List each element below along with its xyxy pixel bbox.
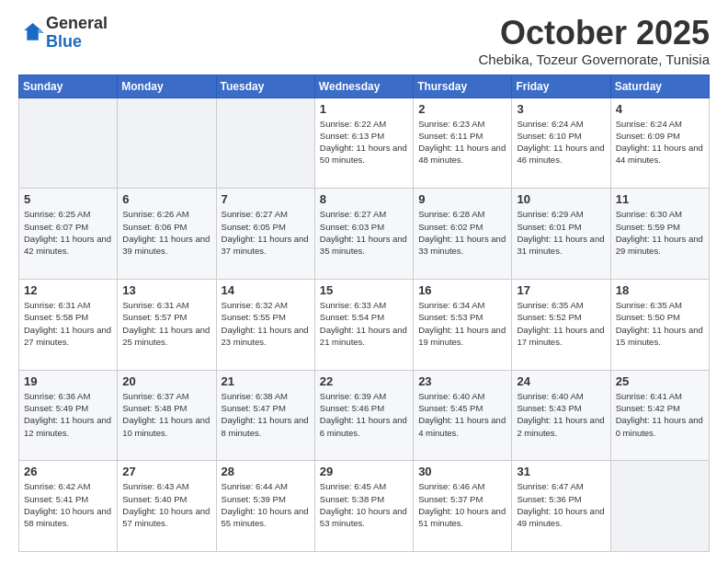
day-number: 1 [320,102,408,116]
table-row: 15Sunrise: 6:33 AM Sunset: 5:54 PM Dayli… [314,279,413,370]
table-row: 22Sunrise: 6:39 AM Sunset: 5:46 PM Dayli… [314,370,413,461]
table-row: 30Sunrise: 6:46 AM Sunset: 5:37 PM Dayli… [414,461,512,552]
day-number: 12 [24,283,112,297]
day-info: Sunrise: 6:36 AM Sunset: 5:49 PM Dayligh… [24,390,112,439]
day-info: Sunrise: 6:39 AM Sunset: 5:46 PM Dayligh… [320,390,408,439]
day-info: Sunrise: 6:46 AM Sunset: 5:37 PM Dayligh… [418,480,506,529]
day-number: 8 [320,192,408,206]
calendar: Sunday Monday Tuesday Wednesday Thursday… [18,75,710,552]
table-row: 26Sunrise: 6:42 AM Sunset: 5:41 PM Dayli… [19,461,118,552]
day-number: 2 [418,102,506,116]
table-row: 19Sunrise: 6:36 AM Sunset: 5:49 PM Dayli… [19,370,118,461]
day-number: 7 [222,192,310,206]
day-number: 6 [122,192,210,206]
day-number: 31 [517,465,605,478]
col-friday: Friday [512,75,610,98]
day-info: Sunrise: 6:24 AM Sunset: 6:10 PM Dayligh… [517,118,605,167]
day-info: Sunrise: 6:45 AM Sunset: 5:38 PM Dayligh… [320,480,408,529]
location-subtitle: Chebika, Tozeur Governorate, Tunisia [478,52,710,67]
day-info: Sunrise: 6:23 AM Sunset: 6:11 PM Dayligh… [418,118,506,167]
table-row: 10Sunrise: 6:29 AM Sunset: 6:01 PM Dayli… [512,189,610,280]
table-row: 23Sunrise: 6:40 AM Sunset: 5:45 PM Dayli… [414,370,512,461]
day-info: Sunrise: 6:25 AM Sunset: 6:07 PM Dayligh… [24,208,112,257]
col-thursday: Thursday [414,75,512,98]
day-number: 15 [320,283,408,297]
day-info: Sunrise: 6:27 AM Sunset: 6:03 PM Dayligh… [320,208,408,257]
day-number: 3 [517,102,605,116]
day-number: 23 [418,374,506,388]
day-number: 21 [222,374,310,388]
logo-icon [18,20,44,46]
table-row: 2Sunrise: 6:23 AM Sunset: 6:11 PM Daylig… [414,98,512,189]
table-row [216,98,314,189]
day-number: 19 [24,374,112,388]
table-row: 12Sunrise: 6:31 AM Sunset: 5:58 PM Dayli… [19,279,118,370]
day-info: Sunrise: 6:37 AM Sunset: 5:48 PM Dayligh… [122,390,210,439]
day-number: 9 [418,192,506,206]
day-number: 25 [616,374,704,388]
logo-text: General Blue [46,15,108,52]
day-info: Sunrise: 6:42 AM Sunset: 5:41 PM Dayligh… [24,480,112,529]
day-number: 18 [616,283,704,297]
calendar-header-row: Sunday Monday Tuesday Wednesday Thursday… [19,75,710,98]
day-number: 28 [222,465,310,478]
day-info: Sunrise: 6:31 AM Sunset: 5:57 PM Dayligh… [122,299,210,348]
day-number: 30 [418,465,506,478]
day-number: 11 [616,192,704,206]
day-info: Sunrise: 6:35 AM Sunset: 5:50 PM Dayligh… [616,299,704,348]
calendar-week-row: 1Sunrise: 6:22 AM Sunset: 6:13 PM Daylig… [19,98,710,189]
table-row: 9Sunrise: 6:28 AM Sunset: 6:02 PM Daylig… [414,189,512,280]
table-row: 29Sunrise: 6:45 AM Sunset: 5:38 PM Dayli… [314,461,413,552]
day-info: Sunrise: 6:33 AM Sunset: 5:54 PM Dayligh… [320,299,408,348]
title-block: October 2025 Chebika, Tozeur Governorate… [478,15,710,67]
table-row [610,461,709,552]
table-row: 16Sunrise: 6:34 AM Sunset: 5:53 PM Dayli… [414,279,512,370]
table-row: 5Sunrise: 6:25 AM Sunset: 6:07 PM Daylig… [19,189,118,280]
table-row: 13Sunrise: 6:31 AM Sunset: 5:57 PM Dayli… [118,279,216,370]
table-row: 25Sunrise: 6:41 AM Sunset: 5:42 PM Dayli… [610,370,709,461]
logo: General Blue [18,15,108,52]
table-row: 8Sunrise: 6:27 AM Sunset: 6:03 PM Daylig… [314,189,413,280]
table-row: 7Sunrise: 6:27 AM Sunset: 6:05 PM Daylig… [216,189,314,280]
day-info: Sunrise: 6:40 AM Sunset: 5:43 PM Dayligh… [517,390,605,439]
table-row: 18Sunrise: 6:35 AM Sunset: 5:50 PM Dayli… [610,279,709,370]
logo-general: General [46,15,108,33]
table-row: 27Sunrise: 6:43 AM Sunset: 5:40 PM Dayli… [118,461,216,552]
day-info: Sunrise: 6:28 AM Sunset: 6:02 PM Dayligh… [418,208,506,257]
page: General Blue October 2025 Chebika, Tozeu… [0,0,728,563]
day-info: Sunrise: 6:47 AM Sunset: 5:36 PM Dayligh… [517,480,605,529]
table-row: 17Sunrise: 6:35 AM Sunset: 5:52 PM Dayli… [512,279,610,370]
table-row: 20Sunrise: 6:37 AM Sunset: 5:48 PM Dayli… [118,370,216,461]
day-number: 5 [24,192,112,206]
table-row [19,98,118,189]
table-row: 6Sunrise: 6:26 AM Sunset: 6:06 PM Daylig… [118,189,216,280]
col-wednesday: Wednesday [314,75,413,98]
day-info: Sunrise: 6:26 AM Sunset: 6:06 PM Dayligh… [122,208,210,257]
calendar-week-row: 26Sunrise: 6:42 AM Sunset: 5:41 PM Dayli… [19,461,710,552]
calendar-week-row: 5Sunrise: 6:25 AM Sunset: 6:07 PM Daylig… [19,189,710,280]
logo-blue: Blue [46,33,108,52]
header: General Blue October 2025 Chebika, Tozeu… [18,15,710,67]
table-row: 11Sunrise: 6:30 AM Sunset: 5:59 PM Dayli… [610,189,709,280]
day-number: 17 [517,283,605,297]
day-info: Sunrise: 6:24 AM Sunset: 6:09 PM Dayligh… [616,118,704,167]
day-number: 4 [616,102,704,116]
day-info: Sunrise: 6:41 AM Sunset: 5:42 PM Dayligh… [616,390,704,439]
svg-marker-1 [39,28,44,33]
table-row: 31Sunrise: 6:47 AM Sunset: 5:36 PM Dayli… [512,461,610,552]
table-row: 4Sunrise: 6:24 AM Sunset: 6:09 PM Daylig… [610,98,709,189]
col-monday: Monday [118,75,216,98]
day-number: 26 [24,465,112,478]
col-saturday: Saturday [610,75,709,98]
table-row [118,98,216,189]
table-row: 24Sunrise: 6:40 AM Sunset: 5:43 PM Dayli… [512,370,610,461]
table-row: 3Sunrise: 6:24 AM Sunset: 6:10 PM Daylig… [512,98,610,189]
day-info: Sunrise: 6:43 AM Sunset: 5:40 PM Dayligh… [122,480,210,529]
day-info: Sunrise: 6:40 AM Sunset: 5:45 PM Dayligh… [418,390,506,439]
table-row: 21Sunrise: 6:38 AM Sunset: 5:47 PM Dayli… [216,370,314,461]
day-number: 10 [517,192,605,206]
day-info: Sunrise: 6:32 AM Sunset: 5:55 PM Dayligh… [222,299,310,348]
day-number: 16 [418,283,506,297]
day-info: Sunrise: 6:27 AM Sunset: 6:05 PM Dayligh… [222,208,310,257]
day-info: Sunrise: 6:31 AM Sunset: 5:58 PM Dayligh… [24,299,112,348]
